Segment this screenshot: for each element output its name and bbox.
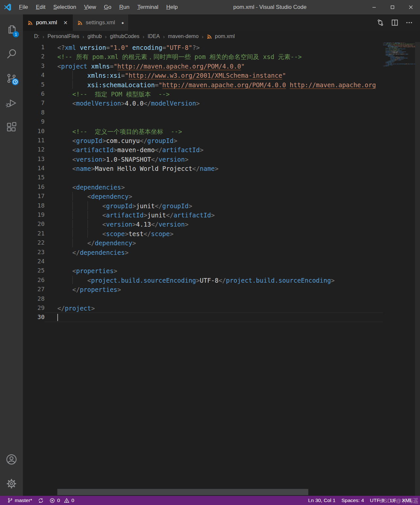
menu-run[interactable]: Run — [115, 0, 133, 14]
menu-help[interactable]: Help — [162, 0, 181, 14]
sync-button[interactable] — [35, 498, 47, 503]
settings-gear-icon — [5, 477, 18, 490]
code-line[interactable]: 9 — [23, 117, 383, 126]
title-bar: FileEditSelectionViewGoRunTerminalHelp p… — [0, 0, 420, 14]
code-line[interactable]: 3<project xmlns="http://maven.apache.org… — [23, 61, 383, 71]
line-number: 24 — [23, 257, 45, 266]
code-line[interactable]: 7 <modelVersion>4.0.0</modelVersion> — [23, 98, 383, 108]
code-line[interactable]: 13 <version>1.0-SNAPSHOT</version> — [23, 154, 383, 164]
code-line[interactable]: 12 <artifactId>maven-demo</artifactId> — [23, 145, 383, 154]
chevron-right-icon: › — [161, 34, 167, 39]
activity-explorer-icon[interactable]: 1 — [0, 18, 23, 42]
code-editor[interactable]: 1<?xml version="1.0" encoding="UTF-8"?>2… — [23, 42, 420, 496]
tab-strip: pom.xml✕settings.xml● — [23, 14, 129, 31]
code-line[interactable]: 24 — [23, 257, 383, 266]
more-actions-icon[interactable] — [406, 19, 413, 26]
open-changes-icon[interactable] — [377, 19, 384, 26]
activity-run-debug-icon[interactable] — [0, 91, 23, 115]
code-line[interactable]: 18 <groupId>junit</groupId> — [23, 201, 383, 210]
modified-dot-icon[interactable]: ● — [121, 20, 124, 25]
language-mode[interactable]: XML — [399, 497, 415, 503]
activity-source-control-icon[interactable] — [0, 66, 23, 91]
activity-search-icon[interactable] — [0, 42, 23, 66]
tab-settings.xml[interactable]: settings.xml● — [73, 14, 129, 31]
breadcrumb-item[interactable]: githubCodes — [109, 33, 140, 39]
menu-view[interactable]: View — [80, 0, 100, 14]
line-content: <scope>test</scope> — [45, 229, 383, 238]
menu-selection[interactable]: Selection — [49, 0, 80, 14]
line-content: xsi:schemaLocation="http://maven.apache.… — [45, 80, 383, 89]
line-content — [45, 257, 383, 266]
eol-status[interactable]: LF — [387, 497, 399, 503]
line-number: 28 — [23, 294, 45, 303]
line-content: </dependency> — [45, 238, 383, 247]
menu-edit[interactable]: Edit — [32, 0, 49, 14]
line-content: <name>Maven Hello World Projecct</name> — [45, 164, 383, 173]
code-line[interactable]: 2<!-- 所有 pom.xml 的根元素，同时声明一些 pom 相关的命名空间… — [23, 52, 383, 61]
code-line[interactable]: 17 <dependency> — [23, 192, 383, 201]
code-line[interactable]: 14 <name>Maven Hello World Projecct</nam… — [23, 164, 383, 173]
close-button[interactable] — [402, 0, 420, 14]
encoding-status[interactable]: UTF-8 — [367, 497, 387, 503]
code-line[interactable]: 20 <version>4.13</version> — [23, 219, 383, 229]
breadcrumb-item[interactable]: github — [87, 33, 103, 39]
code-line[interactable]: 11 <groupId>com.cunyu</groupId> — [23, 136, 383, 145]
code-line[interactable]: 22 </dependency> — [23, 238, 383, 247]
line-content: <properties> — [45, 266, 383, 275]
line-content — [45, 313, 383, 322]
line-content: <modelVersion>4.0.0</modelVersion> — [45, 98, 383, 108]
horizontal-scrollbar[interactable] — [57, 489, 308, 495]
minimize-button[interactable] — [365, 0, 383, 14]
code-line[interactable]: 1<?xml version="1.0" encoding="UTF-8"?> — [23, 43, 383, 52]
breadcrumb-item[interactable]: D: — [33, 33, 40, 39]
line-number: 21 — [23, 229, 45, 238]
code-line[interactable]: 27 </properties> — [23, 285, 383, 294]
menu-file[interactable]: File — [15, 0, 32, 14]
indent-guide — [72, 276, 73, 284]
activity-extensions-icon[interactable] — [0, 115, 23, 139]
indent-guide — [87, 220, 88, 228]
code-line[interactable]: 5 xsi:schemaLocation="http://maven.apach… — [23, 80, 383, 89]
maximize-button[interactable] — [383, 0, 402, 14]
line-content: <dependencies> — [45, 182, 383, 192]
code-line[interactable]: 6 <!-- 指定 POM 模型版本 --> — [23, 89, 383, 98]
activity-account-icon[interactable] — [0, 447, 23, 472]
chevron-right-icon: › — [103, 34, 109, 39]
line-content — [45, 117, 383, 126]
activity-settings-gear-icon[interactable] — [0, 472, 23, 496]
code-line[interactable]: 4 xmlns:xsi="http://www.w3.org/2001/XMLS… — [23, 71, 383, 80]
breadcrumb-item[interactable]: maven-demo — [167, 33, 199, 39]
code-line[interactable]: 16 <dependencies> — [23, 182, 383, 192]
minimap[interactable]: <?xml version="1.0" encoding="UTF-8"?><!… — [383, 43, 415, 489]
code-line[interactable]: 29</project> — [23, 303, 383, 313]
tab-pom.xml[interactable]: pom.xml✕ — [23, 14, 73, 31]
line-content: <?xml version="1.0" encoding="UTF-8"?> — [45, 43, 383, 52]
code-line[interactable]: 28 — [23, 294, 383, 303]
indentation-status[interactable]: Spaces: 4 — [338, 497, 367, 503]
split-editor-icon[interactable] — [391, 19, 398, 26]
breadcrumb-item[interactable]: PersonalFiles — [47, 33, 80, 39]
git-branch-status[interactable]: master* — [5, 497, 35, 503]
line-content: <version>1.0-SNAPSHOT</version> — [45, 154, 383, 164]
code-lines[interactable]: 1<?xml version="1.0" encoding="UTF-8"?>2… — [23, 43, 383, 489]
line-number: 30 — [23, 313, 45, 322]
code-line[interactable]: 19 <artifactId>junit</artifactId> — [23, 210, 383, 219]
code-line[interactable]: 10 <!-- 定义一个项目的基本坐标 --> — [23, 127, 383, 136]
menu-terminal[interactable]: Terminal — [133, 0, 162, 14]
code-line[interactable]: 25 <properties> — [23, 266, 383, 275]
code-line[interactable]: 30 — [23, 313, 383, 322]
code-line[interactable]: 21 <scope>test</scope> — [23, 229, 383, 238]
code-line[interactable]: 23 </dependencies> — [23, 248, 383, 257]
cursor-position[interactable]: Ln 30, Col 1 — [305, 497, 339, 503]
breadcrumb-item[interactable]: IDEA — [147, 33, 160, 39]
breadcrumb-item[interactable]: pom.xml — [214, 33, 235, 39]
warnings-icon — [64, 498, 69, 503]
code-line[interactable]: 15 — [23, 173, 383, 182]
vertical-scrollbar[interactable] — [415, 42, 420, 496]
problems-status[interactable]: 0 0 — [47, 497, 77, 503]
explorer-badge: 1 — [13, 31, 19, 37]
menu-go[interactable]: Go — [100, 0, 115, 14]
tab-close-icon[interactable]: ✕ — [63, 20, 67, 26]
code-line[interactable]: 8 — [23, 108, 383, 117]
code-line[interactable]: 26 <project.build.sourceEncoding>UTF-8</… — [23, 275, 383, 285]
